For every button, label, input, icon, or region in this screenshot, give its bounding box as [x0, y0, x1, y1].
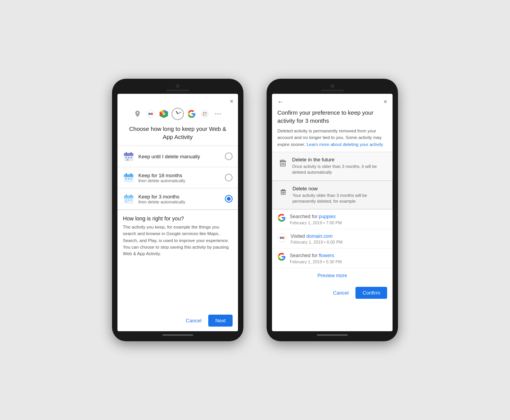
- cancel-button-1[interactable]: Cancel: [182, 315, 205, 326]
- svg-rect-41: [126, 202, 127, 203]
- phone-2-camera: [330, 84, 334, 88]
- confirm-desc: Deleted activity is permanently removed …: [272, 128, 393, 152]
- svg-point-3: [149, 113, 150, 115]
- svg-point-17: [217, 113, 218, 114]
- option-3m-sub: then delete automatically: [138, 200, 221, 204]
- delete-future-label: Delete in the future: [292, 157, 387, 163]
- activity-item-3: Searched for flowers February 1, 2019 • …: [272, 249, 393, 268]
- option-18m[interactable]: Keep for 18 months then delete automatic…: [117, 167, 238, 188]
- assistant-icon-2: [277, 233, 287, 242]
- svg-rect-38: [126, 200, 127, 201]
- delete-now-label: Delete now: [292, 186, 387, 191]
- radio-18m[interactable]: [225, 174, 233, 181]
- delete-future-sub: Once activity is older than 3 months, it…: [292, 164, 387, 176]
- activity-2-time: February 1, 2019 • 6:00 PM: [291, 240, 343, 244]
- svg-rect-28: [124, 174, 133, 178]
- option-manual-label: Keep until I delete manually: [138, 154, 221, 159]
- activity-2-prefix: Visited: [291, 234, 306, 239]
- svg-rect-36: [126, 195, 127, 197]
- dialog-actions-2: Cancel Confirm: [272, 283, 393, 303]
- phone-2-screen: ← × Confirm your preference to keep your…: [272, 94, 393, 331]
- svg-rect-13: [205, 112, 207, 113]
- google-icon-3: [277, 252, 286, 261]
- svg-rect-22: [131, 152, 132, 154]
- svg-rect-20: [124, 153, 133, 156]
- activity-1-prefix: Searched for: [290, 214, 319, 219]
- activity-item-1: Searched for puppies February 1, 2019 • …: [272, 210, 393, 229]
- option-3m-text: Keep for 3 months then delete automatica…: [138, 194, 221, 204]
- activity-1-main: Searched for puppies: [290, 213, 342, 220]
- svg-rect-25: [131, 157, 132, 158]
- svg-point-55: [280, 237, 282, 238]
- info-title: How long is right for you?: [123, 215, 233, 222]
- svg-rect-35: [124, 196, 133, 199]
- svg-rect-39: [128, 200, 129, 201]
- activity-1-text: Searched for puppies February 1, 2019 • …: [290, 213, 342, 225]
- delete-future-icon: [277, 158, 288, 168]
- activity-3-text: Searched for flowers February 1, 2019 • …: [290, 252, 342, 264]
- radio-3m[interactable]: [225, 195, 233, 203]
- svg-rect-31: [126, 178, 127, 180]
- activity-3-prefix: Searched for: [290, 253, 319, 258]
- delete-now-option[interactable]: Delete now Your activity older than 3 mo…: [272, 181, 393, 210]
- activity-2-main: Visited domain.com: [291, 233, 343, 240]
- more-apps-icon: [212, 108, 223, 119]
- photos-icon: [199, 108, 210, 119]
- delete-future-text: Delete in the future Once activity is ol…: [292, 157, 387, 176]
- close-button-1[interactable]: ×: [230, 98, 233, 105]
- option-18m-label: Keep for 18 months: [138, 173, 221, 178]
- phone-camera: [176, 84, 180, 88]
- option-3m[interactable]: Keep for 3 months then delete automatica…: [117, 188, 238, 210]
- maps-icon: [158, 108, 169, 119]
- option-manual[interactable]: ✕ Keep until I delete manually: [117, 146, 238, 167]
- delete-future-option[interactable]: Delete in the future Once activity is ol…: [272, 152, 393, 180]
- back-button[interactable]: ←: [277, 98, 284, 105]
- calendar-icon-manual: ✕: [123, 151, 134, 162]
- next-button[interactable]: Next: [208, 315, 233, 327]
- activity-3-time: February 1, 2019 • 5:30 PM: [290, 259, 342, 264]
- delete-now-sub: Your activity older than 3 months will b…: [292, 193, 387, 205]
- confirm-button[interactable]: Confirm: [355, 287, 387, 299]
- radio-manual[interactable]: [225, 152, 233, 160]
- activity-3-main: Searched for flowers: [290, 252, 342, 259]
- phone-home-bar-2: [317, 334, 348, 336]
- svg-rect-37: [131, 195, 132, 197]
- phone-2: ← × Confirm your preference to keep your…: [267, 79, 398, 341]
- assistant-icon: [145, 108, 156, 119]
- location-icon: [132, 108, 143, 119]
- delete-now-text: Delete now Your activity older than 3 mo…: [292, 186, 387, 205]
- option-18m-text: Keep for 18 months then delete automatic…: [138, 173, 221, 183]
- phone-1: ×: [112, 79, 243, 341]
- activity-1-time: February 1, 2019 • 7:00 PM: [290, 220, 342, 225]
- delete-now-icon: [278, 186, 289, 197]
- app-icons-row: [117, 105, 238, 125]
- dialog-title-1: Choose how long to keep your Web & App A…: [117, 125, 238, 146]
- svg-text:✕: ✕: [126, 158, 129, 162]
- activity-item-2: Visited domain.com February 1, 2019 • 6:…: [272, 229, 393, 249]
- svg-rect-29: [126, 173, 127, 176]
- phone-1-screen: ×: [117, 94, 238, 331]
- calendar-icon-3m: [123, 193, 134, 205]
- dialog-actions-1: Cancel Next: [117, 311, 238, 331]
- svg-rect-12: [203, 112, 204, 113]
- option-manual-text: Keep until I delete manually: [138, 154, 221, 159]
- preview-more-btn[interactable]: Preview more: [272, 268, 393, 283]
- phone-2-speaker: [321, 90, 344, 91]
- option-18m-sub: then delete automatically: [138, 178, 221, 183]
- google-icon-1: [277, 213, 286, 222]
- activity-3-link[interactable]: flowers: [319, 253, 334, 258]
- close-button-2[interactable]: ×: [384, 99, 387, 105]
- activity-1-link[interactable]: puppies: [319, 214, 336, 219]
- activity-2-link[interactable]: domain.com: [306, 234, 333, 239]
- calendar-icon-18m: [123, 172, 134, 183]
- svg-point-16: [215, 113, 216, 114]
- activity-2-text: Visited domain.com February 1, 2019 • 6:…: [291, 233, 343, 245]
- svg-point-56: [283, 237, 284, 238]
- learn-more-link[interactable]: Learn more about deleting your activity: [306, 142, 383, 147]
- svg-rect-14: [203, 114, 204, 116]
- dialog-header-1: ×: [117, 94, 238, 105]
- clock-icon: [172, 108, 184, 120]
- cancel-button-2[interactable]: Cancel: [329, 288, 352, 298]
- google-icon: [186, 108, 197, 119]
- svg-rect-32: [128, 178, 129, 180]
